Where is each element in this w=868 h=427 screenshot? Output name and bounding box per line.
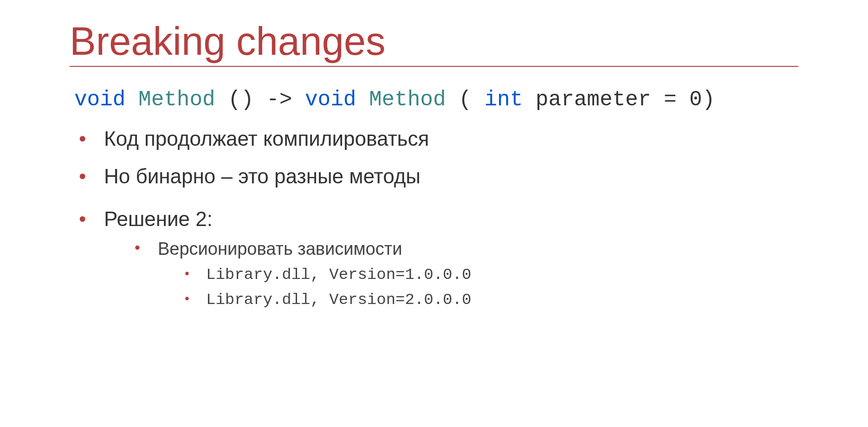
type-method: Method [369, 88, 446, 112]
list-item-label: Решение 2: [104, 207, 213, 230]
inner-bullet-list: Library.dll, Version=1.0.0.0 Library.dll… [181, 265, 798, 311]
list-item: Код продолжает компилироваться [75, 125, 798, 152]
keyword-void: void [305, 88, 356, 112]
list-item: Решение 2: Версионировать зависимости Li… [75, 205, 798, 311]
code-text: parameter = 0) [536, 88, 715, 112]
list-item: Но бинарно – это разные методы [75, 162, 798, 190]
list-item-label: Версионировать зависимости [158, 239, 402, 259]
slide-title: Breaking changes [70, 19, 798, 67]
code-text: ( [459, 88, 472, 112]
code-text: () -> [228, 88, 305, 112]
keyword-int: int [484, 88, 523, 112]
list-item: Library.dll, Version=1.0.0.0 [181, 265, 798, 286]
code-signature: void Method () -> void Method ( int para… [74, 88, 798, 112]
bullet-list: Код продолжает компилироваться Но бинарн… [75, 125, 798, 311]
list-item: Library.dll, Version=2.0.0.0 [181, 290, 798, 311]
type-method: Method [138, 88, 215, 112]
keyword-void: void [74, 88, 125, 112]
list-item: Версионировать зависимости Library.dll, … [131, 237, 798, 311]
sub-bullet-list: Версионировать зависимости Library.dll, … [131, 237, 798, 311]
